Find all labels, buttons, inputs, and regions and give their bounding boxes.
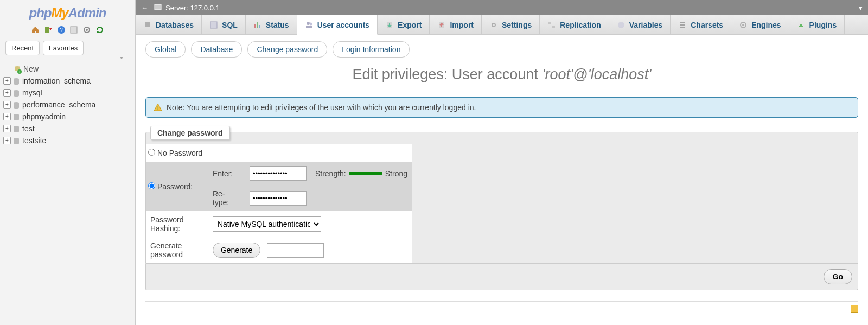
subtab-global[interactable]: Global	[145, 41, 186, 58]
expand-icon[interactable]: +	[3, 125, 11, 132]
retype-password-input[interactable]	[250, 191, 307, 206]
import-icon	[437, 21, 446, 29]
sql-icon[interactable]	[69, 26, 78, 34]
db-tree: + New +information_schema +mysql +perfor…	[0, 58, 135, 152]
enter-label: Enter:	[208, 162, 245, 185]
replication-icon	[547, 21, 556, 29]
phpmyadmin-logo[interactable]: phpMyAdmin	[0, 0, 135, 23]
svg-point-5	[86, 29, 88, 31]
svg-point-15	[14, 94, 19, 97]
tab-sql[interactable]: SQL	[202, 15, 246, 34]
password-radio[interactable]	[148, 182, 155, 189]
logout-icon[interactable]	[44, 26, 53, 34]
svg-rect-33	[257, 22, 258, 28]
strength-indicator: Strength: Strong	[315, 169, 407, 178]
tree-db-item[interactable]: +test	[3, 123, 132, 135]
plugins-icon	[797, 21, 806, 29]
tab-plugins[interactable]: Plugins	[789, 15, 845, 34]
database-icon	[143, 21, 152, 29]
tab-databases[interactable]: Databases	[136, 15, 202, 34]
svg-rect-0	[45, 27, 49, 33]
notice-box: ! Note: You are attempting to edit privi…	[145, 97, 858, 118]
gear-icon	[489, 21, 498, 29]
tab-export[interactable]: Export	[378, 15, 430, 34]
database-icon	[12, 89, 20, 97]
tree-db-item[interactable]: +testsite	[3, 135, 132, 146]
tab-variables[interactable]: Variables	[609, 15, 671, 34]
tab-import[interactable]: Import	[430, 15, 482, 34]
generate-button[interactable]: Generate	[213, 243, 260, 258]
expand-icon[interactable]: +	[3, 77, 11, 85]
home-icon[interactable]	[31, 26, 40, 34]
notice-text: Note: You are attempting to edit privile…	[167, 103, 476, 112]
subtab-login-information[interactable]: Login Information	[333, 41, 410, 58]
tab-settings[interactable]: Settings	[482, 15, 540, 34]
password-hashing-select[interactable]: Native MySQL authentication	[213, 216, 321, 232]
link-icon[interactable]: ⚭	[119, 54, 124, 62]
subtab-change-password[interactable]: Change password	[247, 41, 327, 58]
tree-db-item[interactable]: +mysql	[3, 87, 132, 99]
export-icon	[385, 21, 394, 29]
svg-point-45	[742, 24, 744, 26]
collapse-icon[interactable]: ▾	[859, 4, 863, 12]
fieldset-legend: Change password	[150, 126, 230, 140]
tab-user-accounts[interactable]: User accounts	[297, 15, 378, 35]
svg-rect-41	[548, 22, 551, 24]
database-icon	[12, 77, 20, 85]
subtab-database[interactable]: Database	[191, 41, 242, 58]
recent-tab[interactable]: Recent	[5, 41, 40, 55]
tree-db-item[interactable]: +phpmyadmin	[3, 111, 132, 123]
svg-text:?: ?	[60, 27, 63, 33]
expand-icon[interactable]: +	[3, 101, 11, 109]
no-password-radio[interactable]	[148, 149, 155, 156]
svg-rect-42	[552, 26, 555, 28]
sql-icon	[209, 21, 218, 29]
svg-point-12	[14, 82, 19, 85]
expand-icon[interactable]: +	[3, 113, 11, 120]
bookmark-icon[interactable]	[851, 305, 858, 313]
submit-bar: Go	[145, 264, 858, 290]
svg-point-24	[14, 130, 19, 132]
svg-text:!: !	[157, 105, 159, 111]
favorites-tab[interactable]: Favorites	[43, 41, 84, 55]
back-icon[interactable]: ←	[141, 4, 148, 12]
svg-rect-31	[210, 22, 217, 28]
tree-db-item[interactable]: +performance_schema	[3, 99, 132, 111]
reload-icon[interactable]	[95, 26, 104, 34]
svg-point-35	[307, 22, 310, 25]
new-database[interactable]: + New	[3, 63, 132, 75]
svg-rect-34	[259, 25, 260, 28]
svg-point-40	[492, 23, 495, 27]
expand-icon[interactable]: +	[3, 89, 11, 97]
docs-icon[interactable]: ?	[57, 26, 66, 34]
svg-rect-28	[155, 4, 161, 10]
tab-engines[interactable]: Engines	[731, 15, 789, 34]
expand-icon[interactable]: +	[3, 137, 11, 144]
password-input[interactable]	[250, 166, 307, 181]
generate-label: Generate password	[146, 237, 208, 263]
retype-label: Re-type:	[208, 185, 245, 211]
tab-replication[interactable]: Replication	[540, 15, 609, 34]
divider	[145, 301, 858, 302]
strength-bar	[349, 172, 382, 175]
main-tabs: Databases SQL Status User accounts Expor…	[136, 15, 868, 35]
generated-password-input[interactable]	[267, 243, 324, 258]
svg-point-36	[309, 22, 312, 25]
password-option[interactable]: Password:	[148, 182, 193, 191]
svg-text:+: +	[18, 70, 21, 74]
settings-icon[interactable]	[82, 26, 91, 34]
svg-rect-37	[306, 26, 312, 28]
tab-status[interactable]: Status	[246, 15, 297, 34]
tab-charsets[interactable]: Charsets	[671, 15, 731, 34]
warning-icon: !	[154, 103, 162, 112]
tree-db-item[interactable]: +information_schema	[3, 75, 132, 87]
account-name: 'root'@'localhost'	[542, 66, 651, 82]
sidebar-toolbar: ?	[0, 23, 135, 39]
new-icon: +	[13, 65, 21, 73]
status-icon	[253, 21, 262, 29]
no-password-option[interactable]: No Password	[148, 149, 202, 157]
svg-point-27	[14, 142, 19, 144]
engines-icon	[739, 21, 748, 29]
go-button[interactable]: Go	[824, 269, 852, 284]
hashing-label: Password Hashing:	[146, 211, 208, 237]
